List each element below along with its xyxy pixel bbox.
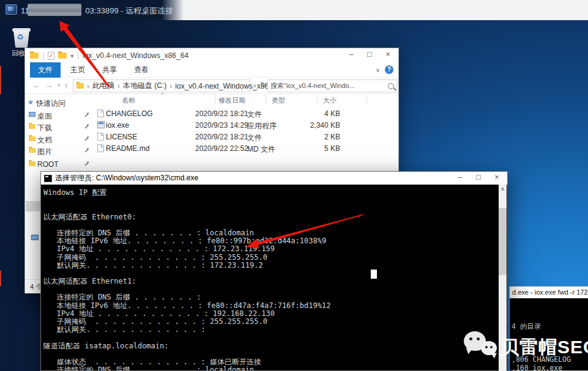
recent-locations-icon[interactable]: ∨ xyxy=(57,82,61,88)
folder-icon xyxy=(30,53,39,59)
console-line: 本地链接 IPv6 地址. . . . . . . . : fe80::d47a… xyxy=(43,302,499,310)
explorer-window-controls: – □ × xyxy=(342,49,397,61)
console-line: 以太网适配器 Ethernet0: xyxy=(43,213,499,221)
column-size[interactable]: 大小 xyxy=(323,96,337,105)
tab-view[interactable]: 查看 xyxy=(127,62,156,78)
pin-icon xyxy=(84,148,89,153)
ribbon-collapse-icon[interactable]: ∨ xyxy=(376,67,380,73)
pin-icon xyxy=(84,161,89,167)
breadcrumb[interactable]: › 此电脑 › 本地磁盘 (C:) › iox_v0.4-next_Window… xyxy=(73,79,250,92)
console-line: Windows IP 配置 xyxy=(43,189,499,197)
file-icon xyxy=(97,133,104,141)
file-row-changelog[interactable]: CHANGELOG 2020/9/22 18:21 文件 4 KB xyxy=(94,108,398,119)
file-icon xyxy=(97,109,104,117)
console-line xyxy=(43,205,499,213)
pictures-icon xyxy=(29,148,35,153)
search-input[interactable]: 搜索"iox_v0.4-next_Windo... xyxy=(267,79,397,92)
address-dropdown-icon[interactable]: ∨ xyxy=(253,83,257,89)
watermark-text: 贝雷帽SEC xyxy=(501,335,588,360)
close-button[interactable]: × xyxy=(379,49,397,61)
this-pc-icon xyxy=(31,235,39,240)
qat-customize-icon[interactable]: ▾ xyxy=(70,53,73,59)
console-line: 以太网适配器 Ethernet1: xyxy=(43,277,499,285)
minimize-button[interactable]: – xyxy=(451,172,469,183)
watermark: 贝雷帽SEC xyxy=(460,330,582,367)
rdp-titlebar[interactable]: 1103:33899 - 远程桌面连接 xyxy=(0,0,588,20)
sidebar-item-documents[interactable]: 文档 xyxy=(26,134,93,145)
maximize-button[interactable]: □ xyxy=(469,172,488,183)
column-headers: 名称 ^ 修改日期 类型 大小 xyxy=(94,94,398,105)
file-row-readme[interactable]: README.md 2020/9/22 22:52 MD 文件 5 KB xyxy=(94,143,398,154)
breadcrumb-drive-c[interactable]: 本地磁盘 (C:) xyxy=(123,81,166,91)
scrollbar-thumb[interactable] xyxy=(499,208,507,275)
console-line: 默认网关. . . . . . . . . . . . . : xyxy=(43,326,499,334)
sidebar-item-root[interactable]: ROOT xyxy=(26,159,93,170)
console-line: 连接特定的 DNS 后缀 . . . . . . . : xyxy=(43,293,499,301)
breadcrumb-this-pc[interactable]: 此电脑 xyxy=(92,81,114,91)
file-icon xyxy=(97,144,104,152)
maximize-button[interactable]: □ xyxy=(360,49,379,61)
cmd-cursor-block xyxy=(371,270,377,279)
folder-icon xyxy=(29,161,35,166)
ribbon-tabs: 文件 主页 共享 查看 xyxy=(25,63,398,78)
documents-icon xyxy=(29,136,35,141)
recycle-icon: ♻ xyxy=(17,33,24,41)
tab-share[interactable]: 共享 xyxy=(95,62,124,78)
console-line xyxy=(43,350,499,358)
screen-edge-artifact xyxy=(0,66,1,94)
sort-asc-icon: ^ xyxy=(161,92,163,98)
refresh-icon[interactable]: ↻ xyxy=(260,81,266,89)
sidebar-item-pictures[interactable]: 图片 xyxy=(26,145,93,156)
desktop-icon xyxy=(29,112,35,117)
cmd-output[interactable]: Windows IP 配置 以太网适配器 Ethernet0: 连接特定的 DN… xyxy=(42,185,499,370)
minimize-button[interactable]: – xyxy=(342,49,360,61)
pin-icon xyxy=(84,112,89,118)
column-type[interactable]: 类型 xyxy=(272,96,285,105)
pin-icon xyxy=(84,124,89,130)
column-name[interactable]: 名称 xyxy=(122,96,135,105)
cmd-icon xyxy=(44,175,52,182)
up-icon[interactable]: ↑ xyxy=(64,81,69,90)
help-icon[interactable]: ? xyxy=(385,65,393,74)
console-line xyxy=(43,197,499,205)
sidebar-item-downloads[interactable]: 下载 xyxy=(26,122,93,133)
pin-icon xyxy=(84,136,89,142)
search-icon xyxy=(388,83,394,89)
file-row-iox-exe[interactable]: iox.exe 2020/9/23 14:29 应用程序 2,340 KB xyxy=(94,120,398,131)
remote-desktop-icon xyxy=(6,4,17,15)
explorer-title: iox_v0.4-next_Windows_x86_64 xyxy=(83,51,188,60)
address-bar: ← → ∨ ↑ › 此电脑 › 本地磁盘 (C:) › iox_v0.4-nex… xyxy=(25,78,398,94)
console-line xyxy=(43,221,499,229)
forward-icon[interactable]: → xyxy=(45,81,53,90)
screen-edge-artifact xyxy=(0,271,1,286)
column-date[interactable]: 修改日期 xyxy=(218,96,245,105)
console-line: 隧道适配器 isatap.localdomain: xyxy=(43,342,499,350)
tab-home[interactable]: 主页 xyxy=(63,62,92,78)
file-row-license[interactable]: LICENSE 2020/9/22 18:21 文件 2 KB xyxy=(94,131,398,142)
console-line xyxy=(43,334,499,342)
properties-check-icon[interactable]: ✓ xyxy=(48,52,54,60)
downloads-icon xyxy=(29,124,35,129)
iox-console-titlebar[interactable]: d.exe - iox.exe fwd -r 172.23 xyxy=(510,287,588,298)
sidebar-quick-access[interactable]: ★ 快速访问 xyxy=(26,97,93,108)
cmd-window-controls: – □ × xyxy=(451,172,506,183)
redacted-ip-mosaic xyxy=(28,4,81,16)
console-line: 连接特定的 DNS 后缀 . . . . . . . : localdomain xyxy=(43,366,499,370)
cmd-window: 选择管理员: C:\Windows\system32\cmd.exe – □ ×… xyxy=(40,171,508,371)
scroll-up-icon[interactable]: ∧ xyxy=(499,185,507,193)
folder-icon xyxy=(76,83,84,89)
tab-file[interactable]: 文件 xyxy=(30,62,61,78)
star-icon: ★ xyxy=(28,98,34,106)
ribbon-right-controls: ∨ ? xyxy=(376,65,393,74)
console-line: IPv4 地址 . . . . . . . . . . . . : 172.23… xyxy=(43,245,499,253)
back-icon[interactable]: ← xyxy=(32,81,40,90)
search-text: 搜索"iox_v0.4-next_Windo... xyxy=(270,81,385,90)
exe-file-icon xyxy=(97,121,105,128)
cmd-titlebar[interactable]: 选择管理员: C:\Windows\system32\cmd.exe xyxy=(41,172,507,185)
close-button[interactable]: × xyxy=(488,172,506,183)
console-line: 子网掩码 . . . . . . . . . . . . : 255.255.2… xyxy=(43,254,499,262)
console-line: 默认网关. . . . . . . . . . . . . : 172.23.1… xyxy=(43,262,499,270)
new-folder-icon[interactable] xyxy=(58,53,67,59)
cmd-title-text: 选择管理员: C:\Windows\system32\cmd.exe xyxy=(55,173,198,183)
sidebar-item-desktop[interactable]: 桌面 xyxy=(26,110,93,121)
